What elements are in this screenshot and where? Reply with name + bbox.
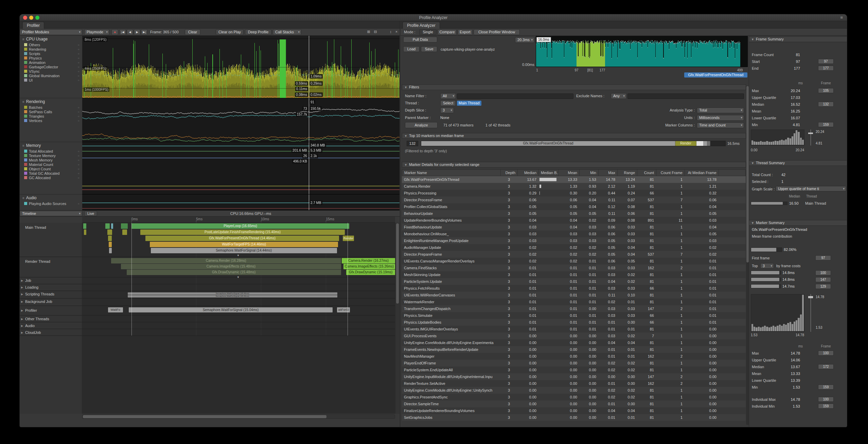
timeline-span[interactable]: Gfx.DrawDynamic (15.19ms) xyxy=(346,270,395,275)
thread-value-chip[interactable]: Main Thread xyxy=(457,101,481,106)
clear-button[interactable]: Clear xyxy=(185,29,200,35)
frame-jump-button[interactable]: 177 xyxy=(818,66,834,71)
marker-details-foldout[interactable]: ▼Marker Details for currently selected r… xyxy=(402,162,746,168)
prev-frame-button[interactable]: ◀ xyxy=(127,29,133,35)
frame-jump-button[interactable]: 132 xyxy=(818,102,834,107)
profiler-modules-dropdown[interactable]: Profiler Modules▾ xyxy=(20,29,82,35)
name-filter-input[interactable] xyxy=(457,93,573,99)
analyze-button[interactable]: Analyze xyxy=(405,122,438,128)
legend-item[interactable]: Triangles= xyxy=(20,114,82,118)
legend-item[interactable]: Total Allocated= xyxy=(20,149,82,153)
legend-item[interactable]: Animation= xyxy=(20,60,82,65)
top-count-dropdown[interactable]: 3▾ xyxy=(760,263,774,269)
marker-row[interactable]: ParticleSystem.Update30.010.010.010.040.… xyxy=(402,278,746,285)
timeline-span[interactable]: aitForSi xyxy=(337,307,350,312)
layout-grid-icon[interactable]: ⊞ xyxy=(366,29,372,35)
frame-chart-scale-dropdown[interactable]: 20.3ms▾ xyxy=(515,37,534,43)
last-frame-button[interactable]: ▶| xyxy=(141,29,147,35)
timeline-span[interactable] xyxy=(109,242,111,247)
timeline-span[interactable] xyxy=(107,229,112,235)
window-titlebar[interactable]: Profile Analyzer ≡ xyxy=(20,14,847,21)
selected-frame-line[interactable] xyxy=(309,194,309,210)
frame-jump-button[interactable]: 159 xyxy=(818,122,834,127)
frame-jump-button[interactable]: 105 xyxy=(818,88,834,93)
thread-row-label[interactable]: ▶Loading xyxy=(20,285,82,289)
thread-name[interactable]: Main Thread xyxy=(805,201,826,206)
timeline-span[interactable]: Semaphore.WaitForSignal (18.46ms) xyxy=(128,292,337,295)
selected-frame-line[interactable] xyxy=(309,142,309,194)
legend-item[interactable]: Others= xyxy=(20,42,82,47)
filters-foldout[interactable]: ▼Filters xyxy=(402,84,746,90)
close-module-icon[interactable]: × xyxy=(394,29,399,35)
deep-profile-toggle[interactable]: Deep Profile xyxy=(245,29,271,35)
export-button[interactable]: Export xyxy=(458,29,473,35)
frame-jump-button[interactable]: 129 xyxy=(815,284,831,289)
timeline-span[interactable]: WaitFo xyxy=(108,307,123,312)
mode-single-button[interactable]: Single xyxy=(419,29,437,35)
timeline-span[interactable]: Render xyxy=(343,236,354,241)
marker-row[interactable]: Physics.FetchResults30.010.010.010.030.0… xyxy=(402,285,746,292)
legend-item[interactable]: VSync= xyxy=(20,69,82,73)
column-header[interactable]: Range xyxy=(618,170,637,176)
thread-row-label[interactable]: ▶Other Threads xyxy=(20,317,82,321)
marker-row[interactable]: SetGraphicsJobs30.000.000.000.010.018110… xyxy=(402,414,746,421)
column-header[interactable]: Marker Name xyxy=(402,170,501,176)
frame-jump-button[interactable]: 147 xyxy=(815,277,831,282)
module-header-audio[interactable]: ≡Audio xyxy=(20,194,82,201)
marker-summary-header[interactable]: ▼Marker Summary xyxy=(749,220,847,226)
marker-row[interactable]: Profiler.CollectGlobalStats30.050.050.04… xyxy=(402,203,746,210)
column-header[interactable]: Count xyxy=(637,170,656,176)
call-stacks-dropdown[interactable]: Call Stacks▾ xyxy=(273,29,301,35)
timeline-span[interactable]: WaitForTargetFPS (14.46ms) xyxy=(150,242,338,247)
marker-row[interactable]: Camera.Render31.321.330.932.121.198111.2… xyxy=(402,183,746,190)
marker-row[interactable]: Director.ProcessFrame30.060.060.040.110.… xyxy=(402,197,746,203)
timeline-span[interactable]: Semaphore.WaitForSignal (18.46ms) xyxy=(128,295,337,297)
marker-duration-histogram[interactable] xyxy=(751,294,804,332)
marker-row[interactable]: NavMeshManager30.000.000.000.010.0116220… xyxy=(402,353,746,360)
exclude-mode-dropdown[interactable]: Any▾ xyxy=(611,93,626,99)
frame-jump-button[interactable]: 159 xyxy=(818,385,834,390)
live-toggle[interactable]: Live xyxy=(84,211,97,216)
frame-duration-histogram[interactable] xyxy=(751,130,804,146)
save-button[interactable]: Save xyxy=(421,46,437,52)
top10-segment[interactable]: Render xyxy=(675,141,696,146)
cpu-usage-chart[interactable]: 8ms (120FPS)4ms (250FPS)1ms (1000FPS) 1.… xyxy=(82,36,400,98)
legend-item[interactable]: Physics= xyxy=(20,56,82,60)
timeline-view-dropdown[interactable]: Timeline▾ xyxy=(20,211,82,216)
marker-columns-dropdown[interactable]: Time and Count▾ xyxy=(697,122,744,128)
first-frame-button[interactable]: |◀ xyxy=(120,29,126,35)
legend-item[interactable]: GC Allocated= xyxy=(20,175,82,180)
marker-row[interactable]: PlayerEndOfFrame30.000.000.000.020.02811… xyxy=(402,360,746,366)
thread-summary-header[interactable]: ▼Thread Summary xyxy=(749,160,847,166)
legend-item[interactable]: UI= xyxy=(20,78,82,82)
close-profiler-window-button[interactable]: Close Profiler Window xyxy=(474,29,520,35)
selected-frame-line[interactable] xyxy=(309,36,309,98)
legend-item[interactable]: Scripts= xyxy=(20,51,82,56)
exclude-names-input[interactable] xyxy=(627,93,744,99)
frame-jump-button[interactable]: 172 xyxy=(818,364,834,369)
depth-slice-dropdown[interactable]: 3▾ xyxy=(440,107,454,113)
marker-row[interactable]: MeshSkinning.Update30.010.010.010.030.02… xyxy=(402,271,746,278)
top10-marker-bar[interactable]: Gfx.WaitForPresentOnGfxThreadRender xyxy=(421,141,726,146)
pull-data-button[interactable]: Pull Data xyxy=(403,37,437,42)
timeline-span[interactable] xyxy=(109,248,111,253)
legend-item[interactable]: Rendering= xyxy=(20,47,82,51)
column-header[interactable]: Median B... xyxy=(539,170,559,176)
column-header[interactable]: Min xyxy=(580,170,599,176)
timeline-span[interactable]: Camera.Render (16.27ms) xyxy=(342,258,395,263)
timeline-horizontal-scrollbar[interactable] xyxy=(82,414,395,419)
thread-row-label[interactable]: ▶Audio xyxy=(20,324,82,328)
next-frame-button[interactable]: ▶ xyxy=(134,29,140,35)
scrollbar-thumb[interactable] xyxy=(83,415,326,418)
playmode-dropdown[interactable]: Playmode▾ xyxy=(84,29,109,35)
legend-item[interactable]: SetPass Calls= xyxy=(20,109,82,114)
timeline-span[interactable] xyxy=(105,223,110,229)
marker-row[interactable]: Director.PrepareFrame30.020.020.020.050.… xyxy=(402,251,746,258)
audio-chart[interactable]: 2.7 MB xyxy=(82,194,400,210)
units-dropdown[interactable]: Milliseconds▾ xyxy=(697,115,744,121)
legend-item[interactable]: Mesh Memory= xyxy=(20,158,82,162)
rendering-chart[interactable]: 9173150.5k157.7k xyxy=(82,98,400,142)
marker-row[interactable]: WatermarkRender30.010.010.010.020.018110… xyxy=(402,298,746,305)
timeline-span[interactable] xyxy=(121,223,128,229)
selected-frame-line[interactable] xyxy=(309,98,309,142)
